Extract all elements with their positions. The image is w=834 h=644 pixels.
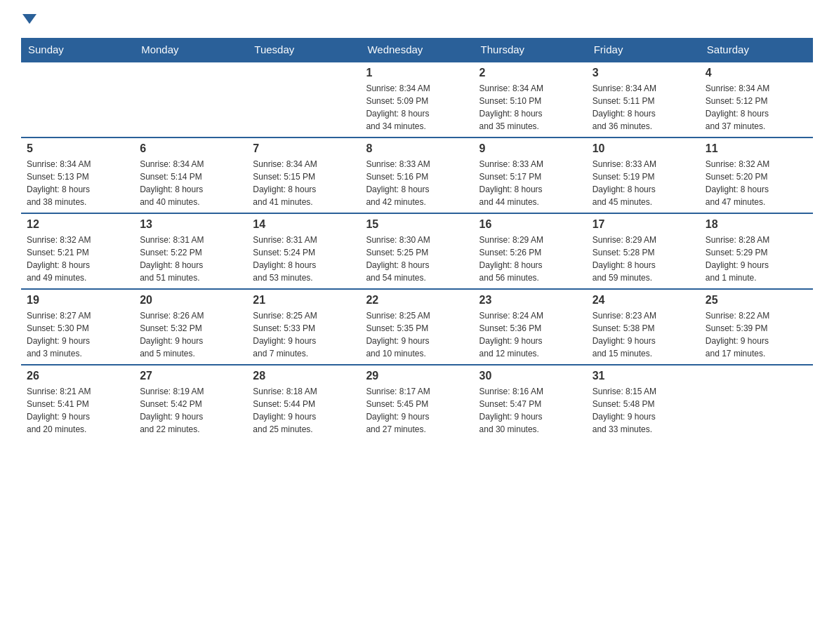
day-info: Sunrise: 8:34 AM Sunset: 5:09 PM Dayligh… — [366, 82, 468, 133]
calendar-cell: 5Sunrise: 8:34 AM Sunset: 5:13 PM Daylig… — [21, 137, 134, 213]
day-number: 12 — [27, 218, 128, 231]
logo — [21, 14, 37, 24]
calendar-cell: 19Sunrise: 8:27 AM Sunset: 5:30 PM Dayli… — [21, 289, 134, 365]
day-info: Sunrise: 8:34 AM Sunset: 5:12 PM Dayligh… — [706, 82, 807, 133]
week-row-2: 5Sunrise: 8:34 AM Sunset: 5:13 PM Daylig… — [21, 137, 813, 213]
day-number: 24 — [593, 294, 694, 307]
calendar-cell — [247, 62, 360, 137]
day-info: Sunrise: 8:28 AM Sunset: 5:29 PM Dayligh… — [706, 234, 807, 284]
day-info: Sunrise: 8:15 AM Sunset: 5:48 PM Dayligh… — [593, 385, 694, 436]
calendar-cell: 22Sunrise: 8:25 AM Sunset: 5:35 PM Dayli… — [360, 289, 473, 365]
day-info: Sunrise: 8:33 AM Sunset: 5:19 PM Dayligh… — [593, 158, 694, 208]
week-row-4: 19Sunrise: 8:27 AM Sunset: 5:30 PM Dayli… — [21, 289, 813, 365]
calendar-cell: 9Sunrise: 8:33 AM Sunset: 5:17 PM Daylig… — [474, 137, 587, 213]
week-row-3: 12Sunrise: 8:32 AM Sunset: 5:21 PM Dayli… — [21, 213, 813, 289]
day-number: 13 — [140, 218, 241, 231]
day-number: 17 — [593, 218, 694, 231]
weekday-header-saturday: Saturday — [700, 38, 813, 62]
calendar-cell: 20Sunrise: 8:26 AM Sunset: 5:32 PM Dayli… — [134, 289, 247, 365]
week-row-1: 1Sunrise: 8:34 AM Sunset: 5:09 PM Daylig… — [21, 62, 813, 137]
calendar-cell: 25Sunrise: 8:22 AM Sunset: 5:39 PM Dayli… — [700, 289, 813, 365]
day-number: 6 — [140, 142, 241, 155]
day-number: 2 — [479, 67, 581, 79]
day-info: Sunrise: 8:26 AM Sunset: 5:32 PM Dayligh… — [140, 309, 241, 360]
day-number: 15 — [366, 218, 468, 231]
calendar-cell: 14Sunrise: 8:31 AM Sunset: 5:24 PM Dayli… — [247, 213, 360, 289]
calendar-cell: 29Sunrise: 8:17 AM Sunset: 5:45 PM Dayli… — [360, 365, 473, 440]
calendar-cell: 17Sunrise: 8:29 AM Sunset: 5:28 PM Dayli… — [587, 213, 700, 289]
calendar-cell: 8Sunrise: 8:33 AM Sunset: 5:16 PM Daylig… — [360, 137, 473, 213]
day-info: Sunrise: 8:24 AM Sunset: 5:36 PM Dayligh… — [479, 309, 581, 360]
day-number: 23 — [479, 294, 581, 307]
weekday-header-sunday: Sunday — [21, 38, 134, 62]
day-number: 21 — [253, 294, 355, 307]
calendar-cell: 21Sunrise: 8:25 AM Sunset: 5:33 PM Dayli… — [247, 289, 360, 365]
calendar-cell: 26Sunrise: 8:21 AM Sunset: 5:41 PM Dayli… — [21, 365, 134, 440]
day-number: 20 — [140, 294, 241, 307]
day-number: 9 — [479, 142, 581, 155]
day-info: Sunrise: 8:34 AM Sunset: 5:10 PM Dayligh… — [479, 82, 581, 133]
day-info: Sunrise: 8:23 AM Sunset: 5:38 PM Dayligh… — [593, 309, 694, 360]
calendar-cell — [21, 62, 134, 137]
calendar-cell: 1Sunrise: 8:34 AM Sunset: 5:09 PM Daylig… — [360, 62, 473, 137]
weekday-header-tuesday: Tuesday — [247, 38, 360, 62]
week-row-5: 26Sunrise: 8:21 AM Sunset: 5:41 PM Dayli… — [21, 365, 813, 440]
day-info: Sunrise: 8:32 AM Sunset: 5:21 PM Dayligh… — [27, 234, 128, 284]
calendar-cell: 6Sunrise: 8:34 AM Sunset: 5:14 PM Daylig… — [134, 137, 247, 213]
day-number: 1 — [366, 67, 468, 79]
day-info: Sunrise: 8:29 AM Sunset: 5:28 PM Dayligh… — [593, 234, 694, 284]
calendar-cell: 24Sunrise: 8:23 AM Sunset: 5:38 PM Dayli… — [587, 289, 700, 365]
day-number: 16 — [479, 218, 581, 231]
day-info: Sunrise: 8:34 AM Sunset: 5:13 PM Dayligh… — [27, 158, 128, 208]
day-number: 7 — [253, 142, 355, 155]
day-number: 4 — [706, 67, 807, 79]
calendar-cell: 12Sunrise: 8:32 AM Sunset: 5:21 PM Dayli… — [21, 213, 134, 289]
day-number: 29 — [366, 370, 468, 382]
day-number: 25 — [706, 294, 807, 307]
day-info: Sunrise: 8:29 AM Sunset: 5:26 PM Dayligh… — [479, 234, 581, 284]
weekday-header-wednesday: Wednesday — [360, 38, 473, 62]
day-info: Sunrise: 8:33 AM Sunset: 5:17 PM Dayligh… — [479, 158, 581, 208]
day-info: Sunrise: 8:19 AM Sunset: 5:42 PM Dayligh… — [140, 385, 241, 436]
day-number: 10 — [593, 142, 694, 155]
page-header — [21, 14, 813, 24]
day-number: 8 — [366, 142, 468, 155]
day-info: Sunrise: 8:16 AM Sunset: 5:47 PM Dayligh… — [479, 385, 581, 436]
day-info: Sunrise: 8:22 AM Sunset: 5:39 PM Dayligh… — [706, 309, 807, 360]
day-info: Sunrise: 8:21 AM Sunset: 5:41 PM Dayligh… — [27, 385, 128, 436]
calendar-cell: 16Sunrise: 8:29 AM Sunset: 5:26 PM Dayli… — [474, 213, 587, 289]
calendar-cell: 11Sunrise: 8:32 AM Sunset: 5:20 PM Dayli… — [700, 137, 813, 213]
day-number: 14 — [253, 218, 355, 231]
weekday-header-friday: Friday — [587, 38, 700, 62]
day-info: Sunrise: 8:30 AM Sunset: 5:25 PM Dayligh… — [366, 234, 468, 284]
calendar-cell: 3Sunrise: 8:34 AM Sunset: 5:11 PM Daylig… — [587, 62, 700, 137]
day-info: Sunrise: 8:17 AM Sunset: 5:45 PM Dayligh… — [366, 385, 468, 436]
day-info: Sunrise: 8:25 AM Sunset: 5:35 PM Dayligh… — [366, 309, 468, 360]
day-number: 5 — [27, 142, 128, 155]
day-info: Sunrise: 8:18 AM Sunset: 5:44 PM Dayligh… — [253, 385, 355, 436]
calendar-cell: 30Sunrise: 8:16 AM Sunset: 5:47 PM Dayli… — [474, 365, 587, 440]
calendar-cell: 10Sunrise: 8:33 AM Sunset: 5:19 PM Dayli… — [587, 137, 700, 213]
calendar-cell — [700, 365, 813, 440]
calendar-cell: 2Sunrise: 8:34 AM Sunset: 5:10 PM Daylig… — [474, 62, 587, 137]
day-number: 11 — [706, 142, 807, 155]
day-number: 31 — [593, 370, 694, 382]
weekday-header-thursday: Thursday — [474, 38, 587, 62]
calendar-cell: 23Sunrise: 8:24 AM Sunset: 5:36 PM Dayli… — [474, 289, 587, 365]
day-number: 30 — [479, 370, 581, 382]
weekday-header-monday: Monday — [134, 38, 247, 62]
day-number: 22 — [366, 294, 468, 307]
day-number: 28 — [253, 370, 355, 382]
day-info: Sunrise: 8:34 AM Sunset: 5:15 PM Dayligh… — [253, 158, 355, 208]
calendar-cell: 13Sunrise: 8:31 AM Sunset: 5:22 PM Dayli… — [134, 213, 247, 289]
day-info: Sunrise: 8:31 AM Sunset: 5:22 PM Dayligh… — [140, 234, 241, 284]
calendar-cell: 27Sunrise: 8:19 AM Sunset: 5:42 PM Dayli… — [134, 365, 247, 440]
weekday-header-row: SundayMondayTuesdayWednesdayThursdayFrid… — [21, 38, 813, 62]
day-number: 19 — [27, 294, 128, 307]
day-number: 18 — [706, 218, 807, 231]
calendar-cell: 28Sunrise: 8:18 AM Sunset: 5:44 PM Dayli… — [247, 365, 360, 440]
day-number: 26 — [27, 370, 128, 382]
day-info: Sunrise: 8:27 AM Sunset: 5:30 PM Dayligh… — [27, 309, 128, 360]
calendar-cell: 4Sunrise: 8:34 AM Sunset: 5:12 PM Daylig… — [700, 62, 813, 137]
day-info: Sunrise: 8:32 AM Sunset: 5:20 PM Dayligh… — [706, 158, 807, 208]
